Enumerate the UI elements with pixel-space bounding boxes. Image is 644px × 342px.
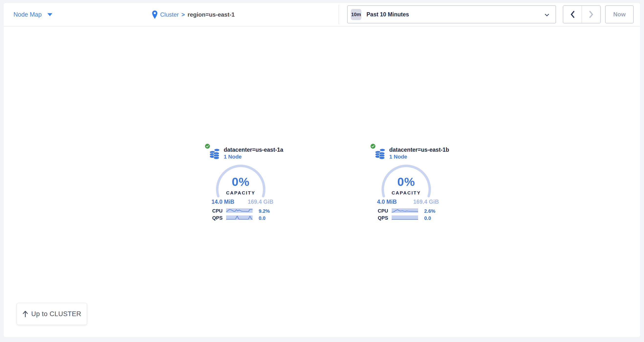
time-nav-group	[563, 5, 601, 23]
view-selector-label: Node Map	[14, 11, 42, 18]
capacity-percent: 0%	[215, 175, 266, 189]
breadcrumb-current: region=us-east-1	[188, 11, 235, 18]
qps-label: QPS	[378, 215, 388, 221]
node-map-panel: Node Map Cluster > region=us-east-1 10m …	[4, 3, 640, 337]
cpu-metric-row: CPU 2.6%	[370, 208, 440, 213]
qps-label: QPS	[212, 215, 222, 221]
cpu-sparkline	[392, 208, 418, 213]
nodes-stack-icon	[210, 148, 220, 160]
capacity-label: CAPACITY	[215, 190, 266, 196]
datacenter-node-count: 1 Node	[389, 154, 407, 160]
time-range-badge: 10m	[351, 9, 361, 20]
qps-metric-row: QPS 0.0	[205, 215, 274, 220]
capacity-percent: 0%	[380, 175, 432, 189]
chevron-right-icon	[589, 11, 594, 18]
datacenter-card-us-east-1a[interactable]: datacenter=us-east-1a 1 Node 0% CAPACITY…	[205, 143, 274, 222]
datacenter-card-us-east-1b[interactable]: datacenter=us-east-1b 1 Node 0% CAPACITY…	[370, 143, 440, 222]
breadcrumb: Cluster > region=us-east-1	[152, 3, 235, 26]
up-to-cluster-button[interactable]: Up to CLUSTER	[17, 303, 87, 325]
map-pin-icon	[152, 10, 158, 19]
breadcrumb-separator: >	[182, 11, 185, 18]
time-range-dropdown[interactable]: 10m Past 10 Minutes	[347, 5, 556, 23]
header-bar: Node Map Cluster > region=us-east-1 10m …	[4, 3, 640, 26]
cpu-metric-row: CPU 9.2%	[205, 208, 274, 213]
nodes-stack-icon	[375, 148, 385, 160]
datacenter-name: datacenter=us-east-1b	[389, 147, 449, 153]
chevron-down-icon	[545, 14, 549, 16]
healthy-check-icon	[205, 144, 210, 149]
datacenter-name: datacenter=us-east-1a	[224, 147, 283, 153]
capacity-stats: 14.0 MiB 169.4 GiB	[212, 199, 273, 205]
cpu-value: 9.2%	[259, 208, 270, 214]
capacity-used: 14.0 MiB	[212, 199, 234, 205]
view-selector-dropdown[interactable]: Node Map	[14, 3, 52, 26]
capacity-stats: 4.0 MiB 169.4 GiB	[377, 199, 439, 205]
up-to-cluster-label: Up to CLUSTER	[31, 310, 82, 318]
breadcrumb-cluster-link[interactable]: Cluster	[160, 11, 179, 18]
cpu-label: CPU	[378, 208, 388, 214]
qps-value: 0.0	[259, 215, 266, 221]
capacity-used: 4.0 MiB	[377, 199, 397, 205]
time-range-label: Past 10 Minutes	[366, 11, 409, 18]
time-prev-button[interactable]	[563, 6, 582, 23]
qps-sparkline	[226, 215, 252, 220]
cpu-sparkline	[226, 208, 252, 213]
capacity-label: CAPACITY	[380, 190, 432, 196]
chevron-left-icon	[570, 11, 575, 18]
time-next-button[interactable]	[582, 6, 600, 23]
qps-sparkline	[392, 215, 418, 220]
now-button-label: Now	[613, 11, 626, 18]
healthy-check-icon	[370, 144, 376, 149]
cpu-label: CPU	[212, 208, 222, 214]
qps-metric-row: QPS 0.0	[370, 215, 440, 220]
capacity-total: 169.4 GiB	[413, 199, 439, 205]
arrow-up-icon	[22, 311, 28, 317]
now-button[interactable]: Now	[605, 5, 634, 23]
chevron-down-icon	[48, 13, 52, 16]
cpu-value: 2.6%	[424, 208, 436, 214]
qps-value: 0.0	[424, 215, 431, 221]
datacenter-node-count: 1 Node	[224, 154, 242, 160]
capacity-total: 169.4 GiB	[248, 199, 273, 205]
